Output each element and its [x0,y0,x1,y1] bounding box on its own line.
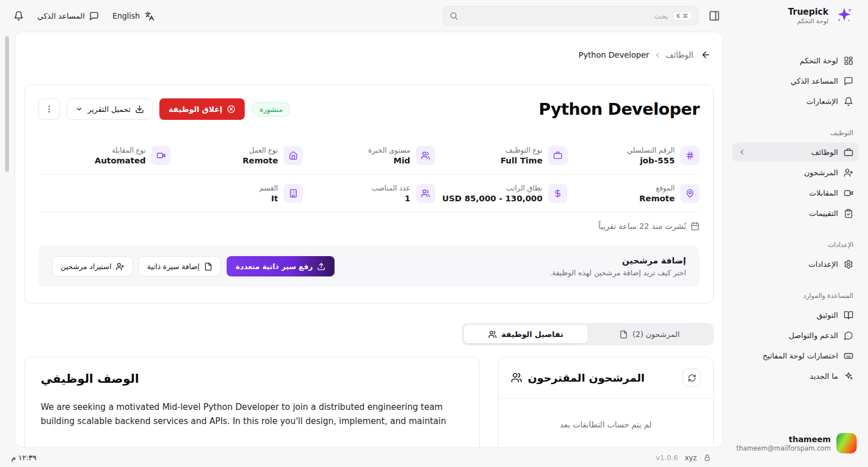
briefcase-icon [844,148,853,157]
field-value: USD 85,000 - 130,000 [442,194,542,203]
sidebar-item-docs[interactable]: التوثيق [732,305,859,325]
breadcrumb-parent[interactable]: الوظائف [666,50,693,59]
field-location: الموقع Remote [567,184,700,203]
field-employment-type: نوع التوظيف Full Time [435,146,567,165]
sidebar-item-label: اختصارات لوحة المفاتيح [763,351,838,360]
field-label: نوع التوظيف [501,146,542,154]
tabs: تفاصيل الوظيفة المرشحون (2) [462,323,714,345]
dashboard-grid-icon [844,56,853,66]
map-pin-icon [680,184,700,203]
field-label: القسم [259,184,278,192]
truepick-logo-icon [834,6,854,26]
field-value: Remote [242,156,278,165]
brand[interactable]: Truepick لوحة التحكم [730,6,854,26]
field-department: القسم It [171,184,303,203]
notifications-button[interactable] [14,11,24,21]
user-menu[interactable]: thameem thameem@mailforspam.com [732,433,859,453]
back-button[interactable] [698,47,714,63]
assistant-label: المساعد الذكي [37,11,85,20]
sidebar-item-label: التقييمات [809,209,838,218]
chat-icon [844,76,853,86]
sidebar-item-label: المرشحون [804,168,838,177]
kebab-menu-icon [45,105,54,114]
statusbar: ١٢:٣٩ م v1.0.6 xyz [0,448,723,467]
field-label: عدد المناصب [371,184,410,192]
search-icon [449,11,458,20]
support-icon [844,331,853,340]
field-value: Mid [368,156,410,165]
field-salary-range: نطاق الراتب USD 85,000 - 130,000 [435,184,567,203]
users-icon [511,372,522,383]
field-positions-count: عدد المناصب 1 [303,184,435,203]
field-value: It [259,194,278,203]
dollar-icon [548,184,567,203]
topbar: Truepick لوحة التحكم ⌘ K English المساعد… [0,0,868,32]
tab-label: تفاصيل الوظيفة [501,330,563,339]
lock-icon [704,454,711,461]
sidebar-item-dashboard[interactable]: لوحة التحكم [732,51,859,70]
more-options-button[interactable] [38,98,60,120]
sidebar-item-label: الإشعارات [806,97,838,106]
suggested-candidates-card: المرشحون المقترحون لم يتم حساب التطابقات… [498,357,714,448]
tab-job-details[interactable]: تفاصيل الوظيفة [464,325,588,343]
users-icon [416,184,435,203]
tab-candidates[interactable]: المرشحون (2) [588,325,711,343]
close-job-button[interactable]: إغلاق الوظيفة [159,98,245,120]
field-label: الرقم التسلسلي [627,146,675,154]
x-circle-icon [227,105,236,114]
sidebar-section-help: المساعدة والموارد [732,292,859,300]
refresh-matches-button[interactable] [683,369,701,387]
download-icon [135,105,144,114]
vertical-scrollbar[interactable] [5,36,9,172]
sidebar-item-whats-new[interactable]: ما الجديد [732,366,859,386]
matches-empty-state: لم يتم حساب التطابقات بعد [498,399,713,448]
app-version: v1.0.6 [656,453,678,462]
field-value: Remote [639,194,675,203]
file-icon [204,262,212,271]
sidebar-item-assessments[interactable]: التقييمات [732,204,859,223]
user-plus-icon [844,168,853,178]
job-card: Python Developer منشورة إغلاق الوظيفة تح… [24,84,714,304]
sidebar-item-support[interactable]: الدعم والتواصل [732,326,859,345]
sidebar-item-assistant[interactable]: المساعد الذكي [732,71,859,90]
field-value: Full Time [501,156,542,165]
chat-icon [89,11,99,21]
import-candidates-button[interactable]: استيراد مرشحين [52,256,133,276]
sidebar-item-candidates[interactable]: المرشحون [732,163,859,182]
language-switcher[interactable]: English [112,11,154,21]
field-label: الموقع [639,184,675,192]
sidebar-item-settings[interactable]: الإعدادات [732,254,859,274]
search-input[interactable] [463,12,668,20]
download-report-label: تحميل التقرير [88,105,131,114]
add-resume-button[interactable]: إضافة سيرة ذاتية [138,256,221,276]
sidebar-item-interviews[interactable]: المقابلات [732,183,859,202]
tab-label: المرشحون (2) [632,330,679,339]
breadcrumb-current: Python Developer [579,50,649,59]
upload-multiple-resumes-button[interactable]: رفع سير ذاتية متعددة [227,256,335,276]
user-name: thameem [736,434,831,444]
assistant-button[interactable]: المساعد الذكي [37,11,99,21]
download-report-button[interactable]: تحميل التقرير [67,98,153,120]
field-value: 1 [371,194,410,203]
sidebar-item-notifications[interactable]: الإشعارات [732,92,859,111]
sidebar-item-shortcuts[interactable]: اختصارات لوحة المفاتيح [732,346,859,365]
sidebar-item-label: المقابلات [809,188,838,197]
users-icon [488,330,497,339]
bell-icon [14,11,24,21]
sidebar-toggle-button[interactable] [709,10,720,21]
field-label: نطاق الراتب [442,184,542,192]
video-icon [844,188,853,198]
global-search[interactable]: ⌘ K [443,6,698,25]
field-label: نوع المقابلة [95,146,146,154]
sidebar-item-jobs[interactable]: الوظائف [732,142,859,162]
job-fields: الرقم التسلسلي job-555 نوع التوظيف Full … [38,137,700,212]
sparkles-icon [844,371,853,381]
close-job-label: إغلاق الوظيفة [168,105,222,114]
field-experience-level: مستوى الخبرة Mid [303,146,435,165]
sidebar-item-label: لوحة التحكم [800,56,838,65]
sidebar-item-label: المساعد الذكي [791,76,838,85]
job-description-text: We are seeking a motivated Mid-level Pyt… [41,400,463,429]
sidebar: لوحة التحكم المساعد الذكي الإشعارات التو… [723,32,868,467]
home-icon [284,146,303,165]
user-plus-icon [116,262,124,271]
